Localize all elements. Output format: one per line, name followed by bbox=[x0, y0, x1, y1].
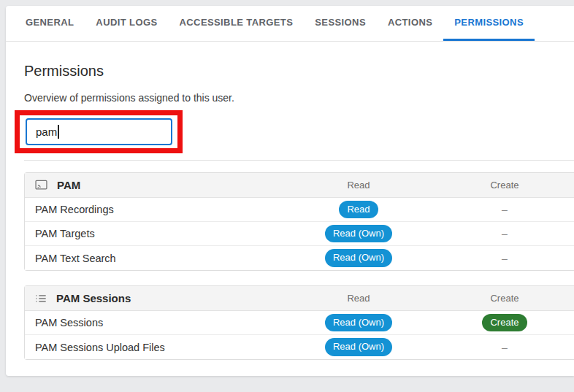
tab-general[interactable]: General bbox=[15, 6, 85, 41]
read-badge: Read (Own) bbox=[325, 225, 392, 243]
create-empty: – bbox=[435, 342, 574, 353]
column-header-create: Create bbox=[435, 293, 574, 304]
permission-name: PAM Sessions Upload Files bbox=[25, 342, 282, 353]
permission-name: PAM Text Search bbox=[25, 253, 282, 264]
search-input-value: pam bbox=[36, 126, 57, 138]
table-header-row: PAM Read Create bbox=[25, 173, 574, 198]
tab-accessible-targets[interactable]: Accessible Targets bbox=[169, 6, 305, 41]
read-badge: Read (Own) bbox=[325, 338, 392, 356]
permissions-panel: Permissions Overview of permissions assi… bbox=[6, 42, 574, 360]
create-empty: – bbox=[435, 228, 574, 239]
create-badge: Create bbox=[482, 314, 527, 332]
read-badge: Read (Own) bbox=[325, 249, 392, 267]
create-empty: – bbox=[435, 253, 574, 264]
table-title: PAM bbox=[57, 179, 80, 191]
permission-name: PAM Recordings bbox=[25, 204, 282, 215]
text-caret bbox=[58, 125, 59, 139]
list-icon bbox=[35, 293, 47, 304]
user-details-card: General Audit Logs Accessible Targets Se… bbox=[6, 6, 574, 376]
table-title: PAM Sessions bbox=[56, 292, 131, 304]
column-header-read: Read bbox=[282, 180, 435, 191]
read-badge: Read (Own) bbox=[325, 314, 392, 332]
create-empty: – bbox=[435, 204, 574, 215]
read-badge: Read bbox=[339, 201, 378, 219]
cast-screen-icon bbox=[35, 180, 47, 191]
tab-audit-logs[interactable]: Audit Logs bbox=[85, 6, 168, 41]
annotation-highlight: pam bbox=[15, 110, 183, 153]
column-header-create: Create bbox=[435, 180, 574, 191]
table-row: PAM Sessions Read (Own) Create bbox=[25, 311, 574, 335]
page-subtitle: Overview of permissions assigned to this… bbox=[24, 92, 574, 104]
search-input[interactable]: pam bbox=[26, 118, 172, 145]
table-row: PAM Text Search Read (Own) – bbox=[25, 246, 574, 270]
table-row: PAM Targets Read (Own) – bbox=[25, 222, 574, 246]
tab-bar: General Audit Logs Accessible Targets Se… bbox=[6, 6, 574, 42]
table-header-row: PAM Sessions Read Create bbox=[25, 286, 574, 311]
tab-permissions[interactable]: Permissions bbox=[443, 6, 535, 41]
section-divider bbox=[24, 160, 574, 161]
permission-name: PAM Sessions bbox=[25, 317, 282, 328]
permissions-table-pam-sessions: PAM Sessions Read Create PAM Sessions Re… bbox=[24, 285, 574, 360]
column-header-read: Read bbox=[282, 293, 435, 304]
permissions-table-pam: PAM Read Create PAM Recordings Read – PA… bbox=[24, 172, 574, 271]
tab-sessions[interactable]: Sessions bbox=[304, 6, 377, 41]
permission-name: PAM Targets bbox=[25, 228, 282, 239]
tab-actions[interactable]: Actions bbox=[377, 6, 443, 41]
page-title: Permissions bbox=[24, 63, 574, 80]
table-row: PAM Sessions Upload Files Read (Own) – bbox=[25, 335, 574, 359]
table-row: PAM Recordings Read – bbox=[25, 198, 574, 222]
